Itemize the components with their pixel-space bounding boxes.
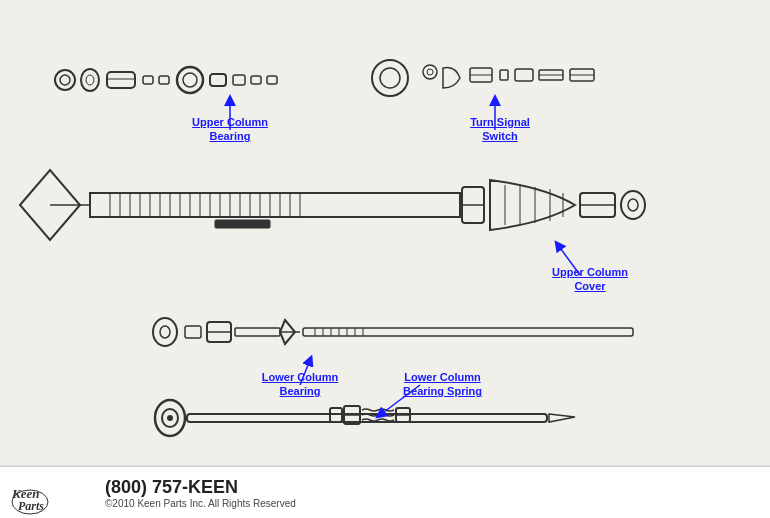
- lower-column-bearing-label: Lower Column Bearing: [255, 370, 345, 399]
- footer: Keen Parts (800) 757-KEEN ©2010 Keen Par…: [0, 466, 770, 518]
- copyright-text: ©2010 Keen Parts Inc. All Rights Reserve…: [105, 498, 296, 509]
- diagram-container: Upper Column Bearing Turn Signal Switch …: [0, 0, 770, 518]
- parts-diagram-svg: [0, 0, 770, 518]
- phone-number: (800) 757-KEEN: [105, 477, 288, 498]
- upper-column-cover-label: Upper Column Cover: [545, 265, 635, 294]
- svg-rect-49: [215, 220, 270, 228]
- lower-column-bearing-spring-label: Lower Column Bearing Spring: [390, 370, 495, 399]
- company-logo: Keen Parts: [10, 470, 95, 515]
- upper-column-bearing-label: Upper Column Bearing: [185, 115, 275, 144]
- svg-point-78: [167, 415, 173, 421]
- svg-text:Parts: Parts: [18, 499, 44, 513]
- turn-signal-switch-label: Turn Signal Switch: [455, 115, 545, 144]
